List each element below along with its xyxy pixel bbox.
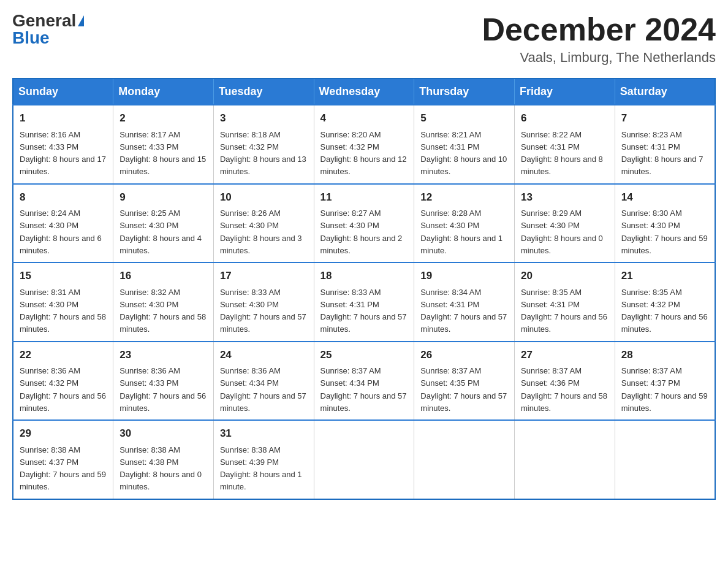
day-info: Sunrise: 8:33 AMSunset: 4:31 PMDaylight:… <box>320 288 407 334</box>
day-number: 15 <box>20 268 107 284</box>
table-row: 30 Sunrise: 8:38 AMSunset: 4:38 PMDaylig… <box>113 420 214 499</box>
table-row: 17 Sunrise: 8:33 AMSunset: 4:30 PMDaylig… <box>213 262 314 342</box>
table-row: 31 Sunrise: 8:38 AMSunset: 4:39 PMDaylig… <box>213 420 314 499</box>
calendar-week-row: 29 Sunrise: 8:38 AMSunset: 4:37 PMDaylig… <box>13 420 715 499</box>
col-tuesday: Tuesday <box>213 79 314 105</box>
table-row: 14 Sunrise: 8:30 AMSunset: 4:30 PMDaylig… <box>615 184 715 263</box>
logo-triangle-icon <box>78 15 84 26</box>
day-number: 20 <box>521 268 609 284</box>
calendar-table: Sunday Monday Tuesday Wednesday Thursday… <box>12 78 716 500</box>
day-number: 18 <box>320 268 408 284</box>
day-number: 13 <box>521 190 609 205</box>
day-info: Sunrise: 8:25 AMSunset: 4:30 PMDaylight:… <box>119 209 202 255</box>
col-saturday: Saturday <box>615 79 715 105</box>
day-number: 17 <box>220 268 308 284</box>
day-info: Sunrise: 8:36 AMSunset: 4:32 PMDaylight:… <box>20 366 106 413</box>
col-sunday: Sunday <box>13 79 113 105</box>
table-row: 12 Sunrise: 8:28 AMSunset: 4:30 PMDaylig… <box>414 184 515 263</box>
day-number: 16 <box>119 268 207 284</box>
day-info: Sunrise: 8:36 AMSunset: 4:34 PMDaylight:… <box>220 366 306 413</box>
table-row: 27 Sunrise: 8:37 AMSunset: 4:36 PMDaylig… <box>515 342 615 421</box>
day-info: Sunrise: 8:34 AMSunset: 4:31 PMDaylight:… <box>420 288 507 334</box>
logo: General Blue <box>12 12 84 47</box>
table-row <box>615 420 715 499</box>
table-row: 25 Sunrise: 8:37 AMSunset: 4:34 PMDaylig… <box>314 342 414 421</box>
day-number: 29 <box>20 426 107 442</box>
table-row: 23 Sunrise: 8:36 AMSunset: 4:33 PMDaylig… <box>113 342 214 421</box>
day-info: Sunrise: 8:21 AMSunset: 4:31 PMDaylight:… <box>420 130 507 177</box>
day-info: Sunrise: 8:28 AMSunset: 4:30 PMDaylight:… <box>420 209 502 255</box>
table-row: 9 Sunrise: 8:25 AMSunset: 4:30 PMDayligh… <box>113 184 214 263</box>
logo-blue-text: Blue <box>12 29 50 47</box>
day-info: Sunrise: 8:23 AMSunset: 4:31 PMDaylight:… <box>621 130 703 177</box>
calendar-header-row: Sunday Monday Tuesday Wednesday Thursday… <box>13 79 715 105</box>
table-row: 7 Sunrise: 8:23 AMSunset: 4:31 PMDayligh… <box>615 105 715 184</box>
day-number: 9 <box>119 190 207 205</box>
day-info: Sunrise: 8:22 AMSunset: 4:31 PMDaylight:… <box>521 130 603 177</box>
day-info: Sunrise: 8:37 AMSunset: 4:34 PMDaylight:… <box>320 366 407 413</box>
day-info: Sunrise: 8:27 AMSunset: 4:30 PMDaylight:… <box>320 209 403 255</box>
day-info: Sunrise: 8:38 AMSunset: 4:39 PMDaylight:… <box>220 445 302 492</box>
day-info: Sunrise: 8:33 AMSunset: 4:30 PMDaylight:… <box>220 288 306 334</box>
table-row: 28 Sunrise: 8:37 AMSunset: 4:37 PMDaylig… <box>615 342 715 421</box>
day-number: 7 <box>621 110 708 126</box>
day-info: Sunrise: 8:17 AMSunset: 4:33 PMDaylight:… <box>119 130 206 177</box>
day-info: Sunrise: 8:36 AMSunset: 4:33 PMDaylight:… <box>119 366 206 413</box>
location-subtitle: Vaals, Limburg, The Netherlands <box>482 50 716 66</box>
logo-general-text: General <box>12 12 76 29</box>
table-row: 24 Sunrise: 8:36 AMSunset: 4:34 PMDaylig… <box>213 342 314 421</box>
day-number: 19 <box>420 268 508 284</box>
table-row: 5 Sunrise: 8:21 AMSunset: 4:31 PMDayligh… <box>414 105 515 184</box>
table-row: 22 Sunrise: 8:36 AMSunset: 4:32 PMDaylig… <box>13 342 113 421</box>
table-row <box>414 420 515 499</box>
day-number: 8 <box>20 190 107 205</box>
table-row: 1 Sunrise: 8:16 AMSunset: 4:33 PMDayligh… <box>13 105 113 184</box>
table-row: 3 Sunrise: 8:18 AMSunset: 4:32 PMDayligh… <box>213 105 314 184</box>
day-info: Sunrise: 8:37 AMSunset: 4:35 PMDaylight:… <box>420 366 507 413</box>
table-row: 20 Sunrise: 8:35 AMSunset: 4:31 PMDaylig… <box>515 262 615 342</box>
table-row: 15 Sunrise: 8:31 AMSunset: 4:30 PMDaylig… <box>13 262 113 342</box>
day-info: Sunrise: 8:16 AMSunset: 4:33 PMDaylight:… <box>20 130 106 177</box>
day-number: 24 <box>220 347 308 363</box>
day-number: 5 <box>420 110 508 126</box>
day-number: 22 <box>20 347 107 363</box>
table-row: 10 Sunrise: 8:26 AMSunset: 4:30 PMDaylig… <box>213 184 314 263</box>
day-number: 28 <box>621 347 708 363</box>
calendar-week-row: 1 Sunrise: 8:16 AMSunset: 4:33 PMDayligh… <box>13 105 715 184</box>
day-info: Sunrise: 8:38 AMSunset: 4:38 PMDaylight:… <box>119 445 202 492</box>
day-info: Sunrise: 8:37 AMSunset: 4:37 PMDaylight:… <box>621 366 708 413</box>
col-thursday: Thursday <box>414 79 515 105</box>
day-number: 14 <box>621 190 708 205</box>
day-info: Sunrise: 8:26 AMSunset: 4:30 PMDaylight:… <box>220 209 302 255</box>
table-row: 2 Sunrise: 8:17 AMSunset: 4:33 PMDayligh… <box>113 105 214 184</box>
calendar-week-row: 22 Sunrise: 8:36 AMSunset: 4:32 PMDaylig… <box>13 342 715 421</box>
day-number: 3 <box>220 110 308 126</box>
day-info: Sunrise: 8:32 AMSunset: 4:30 PMDaylight:… <box>119 288 206 334</box>
calendar-week-row: 8 Sunrise: 8:24 AMSunset: 4:30 PMDayligh… <box>13 184 715 263</box>
table-row: 16 Sunrise: 8:32 AMSunset: 4:30 PMDaylig… <box>113 262 214 342</box>
col-wednesday: Wednesday <box>314 79 414 105</box>
col-monday: Monday <box>113 79 214 105</box>
col-friday: Friday <box>515 79 615 105</box>
day-info: Sunrise: 8:20 AMSunset: 4:32 PMDaylight:… <box>320 130 407 177</box>
day-info: Sunrise: 8:38 AMSunset: 4:37 PMDaylight:… <box>20 445 106 492</box>
table-row: 13 Sunrise: 8:29 AMSunset: 4:30 PMDaylig… <box>515 184 615 263</box>
day-number: 4 <box>320 110 408 126</box>
day-number: 12 <box>420 190 508 205</box>
table-row: 4 Sunrise: 8:20 AMSunset: 4:32 PMDayligh… <box>314 105 414 184</box>
day-info: Sunrise: 8:29 AMSunset: 4:30 PMDaylight:… <box>521 209 603 255</box>
table-row: 18 Sunrise: 8:33 AMSunset: 4:31 PMDaylig… <box>314 262 414 342</box>
table-row: 11 Sunrise: 8:27 AMSunset: 4:30 PMDaylig… <box>314 184 414 263</box>
day-number: 27 <box>521 347 609 363</box>
table-row: 19 Sunrise: 8:34 AMSunset: 4:31 PMDaylig… <box>414 262 515 342</box>
day-number: 21 <box>621 268 708 284</box>
day-info: Sunrise: 8:30 AMSunset: 4:30 PMDaylight:… <box>621 209 708 255</box>
day-number: 25 <box>320 347 408 363</box>
day-number: 30 <box>119 426 207 442</box>
table-row <box>515 420 615 499</box>
day-info: Sunrise: 8:35 AMSunset: 4:31 PMDaylight:… <box>521 288 607 334</box>
page-header: General Blue December 2024 Vaals, Limbur… <box>12 12 716 66</box>
day-info: Sunrise: 8:37 AMSunset: 4:36 PMDaylight:… <box>521 366 607 413</box>
table-row: 29 Sunrise: 8:38 AMSunset: 4:37 PMDaylig… <box>13 420 113 499</box>
day-number: 1 <box>20 110 107 126</box>
